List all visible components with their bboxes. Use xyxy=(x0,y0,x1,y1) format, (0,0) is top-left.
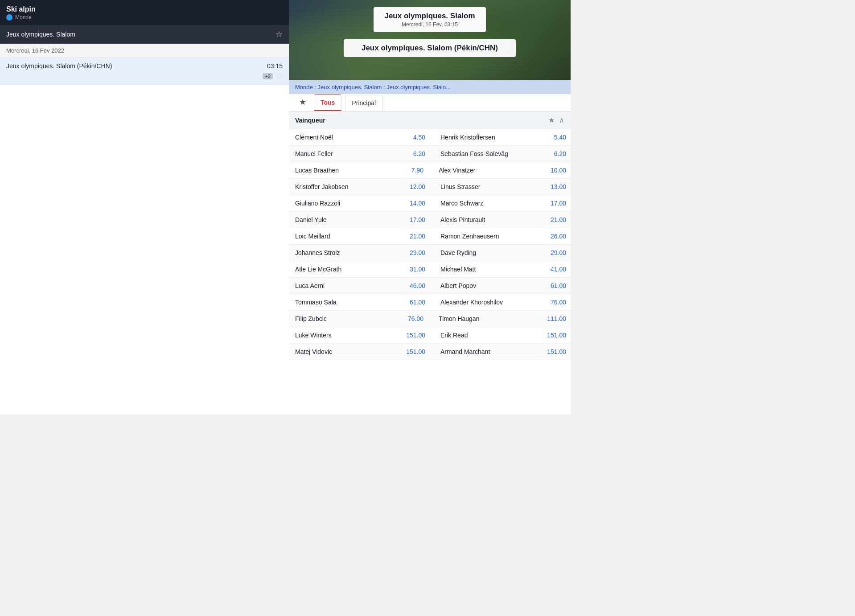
left-player-name: Luca Aerni xyxy=(289,278,405,294)
left-player-name: Filip Zubcic xyxy=(289,311,403,327)
right-odds-value[interactable]: 29.00 xyxy=(546,245,571,261)
date-separator: Mercredi, 16 Fév 2022 xyxy=(0,44,289,58)
right-player-name: Ramon Zenhaeusern xyxy=(430,228,546,244)
left-event-bar-label: Jeux olympiques. Slalom xyxy=(6,31,75,38)
left-player-name: Giuliano Razzoli xyxy=(289,195,405,211)
odds-row: Matej Vidovic 151.00 Armand Marchant 151… xyxy=(289,344,571,360)
right-odds-value[interactable]: 111.00 xyxy=(543,311,571,327)
left-player-name: Lucas Braathen xyxy=(289,162,407,178)
right-odds-value[interactable]: 61.00 xyxy=(546,278,571,294)
left-odds-value[interactable]: 46.00 xyxy=(405,278,430,294)
left-odds-value[interactable]: 151.00 xyxy=(402,327,430,343)
odds-row: Kristoffer Jakobsen 12.00 Linus Strasser… xyxy=(289,179,571,195)
right-player-name: Dave Ryding xyxy=(430,245,546,261)
hero-title-box: Jeux olympiques. Slalom Mercredi, 16 Fév… xyxy=(374,7,485,32)
section-header: Vainqueur ★ ∧ xyxy=(289,111,571,129)
breadcrumb: Monde : Jeux olympiques. Slalom : Jeux o… xyxy=(289,80,571,94)
left-player-name: Loic Meillard xyxy=(289,228,405,244)
right-player-name: Alexis Pinturault xyxy=(430,212,546,228)
left-odds-value[interactable]: 7.90 xyxy=(407,162,428,178)
odds-row: Loic Meillard 21.00 Ramon Zenhaeusern 26… xyxy=(289,228,571,245)
odds-row: Luca Aerni 46.00 Albert Popov 61.00 xyxy=(289,278,571,294)
left-odds-value[interactable]: 6.20 xyxy=(409,146,430,162)
right-odds-value[interactable]: 76.00 xyxy=(546,294,571,310)
tab-star-icon: ★ xyxy=(299,97,306,107)
right-odds-value[interactable]: 41.00 xyxy=(546,261,571,277)
right-panel: Jeux olympiques. Slalom Mercredi, 16 Fév… xyxy=(289,0,571,415)
left-header: Ski alpin 🌐 Monde xyxy=(0,0,289,25)
hero-section: Jeux olympiques. Slalom Mercredi, 16 Fév… xyxy=(289,0,571,80)
right-odds-value[interactable]: 151.00 xyxy=(543,327,571,343)
tab-tous[interactable]: Tous xyxy=(314,94,341,111)
right-player-name: Erik Read xyxy=(430,327,543,343)
right-player-name: Alex Vinatzer xyxy=(428,162,546,178)
left-odds-value[interactable]: 61.00 xyxy=(405,294,430,310)
right-odds-value[interactable]: 26.00 xyxy=(546,228,571,244)
left-player-name: Luke Winters xyxy=(289,327,402,343)
right-odds-value[interactable]: 5.40 xyxy=(550,129,571,145)
odds-row: Lucas Braathen 7.90 Alex Vinatzer 10.00 xyxy=(289,162,571,179)
left-event-bar: Jeux olympiques. Slalom ☆ xyxy=(0,25,289,44)
right-player-name: Albert Popov xyxy=(430,278,546,294)
left-odds-value[interactable]: 14.00 xyxy=(405,195,430,211)
left-player-name: Johannes Strolz xyxy=(289,245,405,261)
tab-favorite-star[interactable]: ★ xyxy=(295,94,310,111)
tabs-bar: ★ Tous Principal xyxy=(289,94,571,111)
left-odds-value[interactable]: 4.50 xyxy=(409,129,430,145)
right-player-name: Linus Strasser xyxy=(430,179,546,195)
event-badge: +2 xyxy=(263,73,273,79)
right-player-name: Marco Schwarz xyxy=(430,195,546,211)
globe-icon: 🌐 xyxy=(6,14,12,21)
event-row[interactable]: Jeux olympiques. Slalom (Pékin/CHN) 03:1… xyxy=(0,58,289,85)
right-player-name: Henrik Kristoffersen xyxy=(430,129,550,145)
section-header-icons: ★ ∧ xyxy=(548,116,564,124)
right-player-name: Sebastian Foss-Solevåg xyxy=(430,146,550,162)
odds-row: Tommaso Sala 61.00 Alexander Khoroshilov… xyxy=(289,294,571,311)
right-player-name: Timon Haugan xyxy=(428,311,543,327)
odds-row: Giuliano Razzoli 14.00 Marco Schwarz 17.… xyxy=(289,195,571,212)
left-odds-value[interactable]: 21.00 xyxy=(405,228,430,244)
right-odds-value[interactable]: 151.00 xyxy=(543,344,571,360)
event-row-name: Jeux olympiques. Slalom (Pékin/CHN) xyxy=(6,62,263,70)
left-player-name: Tommaso Sala xyxy=(289,294,405,310)
odds-section: Vainqueur ★ ∧ Clément Noël 4.50 Henrik K… xyxy=(289,111,571,415)
right-odds-value[interactable]: 13.00 xyxy=(546,179,571,195)
left-panel: Ski alpin 🌐 Monde Jeux olympiques. Slalo… xyxy=(0,0,289,415)
collapse-icon[interactable]: ∧ xyxy=(559,116,564,124)
world-label: Monde xyxy=(15,14,32,21)
left-odds-value[interactable]: 151.00 xyxy=(402,344,430,360)
right-player-name: Alexander Khoroshilov xyxy=(430,294,546,310)
hero-event-name: Jeux olympiques. Slalom (Pékin/CHN) xyxy=(362,44,498,53)
odds-row: Johannes Strolz 29.00 Dave Ryding 29.00 xyxy=(289,245,571,261)
right-odds-value[interactable]: 10.00 xyxy=(546,162,571,178)
right-odds-value[interactable]: 21.00 xyxy=(546,212,571,228)
right-odds-value[interactable]: 6.20 xyxy=(550,146,571,162)
right-player-name: Armand Marchant xyxy=(430,344,543,360)
event-time: 03:15 xyxy=(267,62,283,70)
event-row-right: 03:15 +2 ☆ xyxy=(263,62,283,81)
left-odds-value[interactable]: 76.00 xyxy=(403,311,428,327)
left-player-name: Matej Vidovic xyxy=(289,344,402,360)
event-badge-row: +2 ☆ xyxy=(263,71,283,81)
left-player-name: Kristoffer Jakobsen xyxy=(289,179,405,195)
left-player-name: Atle Lie McGrath xyxy=(289,261,405,277)
left-odds-value[interactable]: 29.00 xyxy=(405,245,430,261)
event-row-left: Jeux olympiques. Slalom (Pékin/CHN) xyxy=(6,62,263,70)
left-odds-value[interactable]: 12.00 xyxy=(405,179,430,195)
left-player-name: Clément Noël xyxy=(289,129,409,145)
right-odds-value[interactable]: 17.00 xyxy=(546,195,571,211)
event-favorite-star-icon[interactable]: ☆ xyxy=(275,71,283,81)
favorite-star-icon[interactable]: ☆ xyxy=(275,29,283,39)
odds-table: Clément Noël 4.50 Henrik Kristoffersen 5… xyxy=(289,129,571,360)
tab-principal[interactable]: Principal xyxy=(345,95,382,111)
odds-row: Manuel Feller 6.20 Sebastian Foss-Solevå… xyxy=(289,146,571,162)
sport-title: Ski alpin xyxy=(6,5,283,13)
left-odds-value[interactable]: 31.00 xyxy=(405,261,430,277)
pin-icon[interactable]: ★ xyxy=(548,116,555,124)
left-odds-value[interactable]: 17.00 xyxy=(405,212,430,228)
section-title: Vainqueur xyxy=(295,117,325,124)
hero-title: Jeux olympiques. Slalom xyxy=(384,12,475,21)
hero-subtitle: Mercredi, 16 Fév, 03:15 xyxy=(384,21,475,28)
odds-row: Clément Noël 4.50 Henrik Kristoffersen 5… xyxy=(289,129,571,146)
odds-row: Atle Lie McGrath 31.00 Michael Matt 41.0… xyxy=(289,261,571,278)
